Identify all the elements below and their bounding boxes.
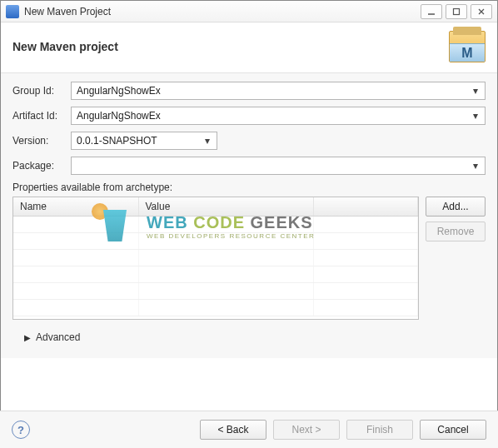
footer-buttons: < Back Next > Finish Cancel [200, 420, 486, 440]
group-id-field[interactable]: AngularNgShowEx ▾ [71, 82, 486, 100]
chevron-down-icon: ▾ [470, 110, 481, 122]
close-icon [477, 7, 486, 16]
remove-button: Remove [426, 222, 486, 241]
label-version: Version: [12, 135, 71, 147]
column-value[interactable]: Value [138, 197, 313, 216]
help-button[interactable]: ? [12, 421, 30, 439]
table-row[interactable] [13, 249, 418, 266]
minimize-icon [427, 7, 436, 16]
label-package: Package: [12, 160, 71, 172]
package-field[interactable]: ▾ [71, 157, 486, 175]
svg-rect-1 [454, 8, 460, 14]
row-group-id: Group Id: AngularNgShowEx ▾ [12, 82, 486, 100]
table-row[interactable] [13, 282, 418, 299]
label-group-id: Group Id: [12, 85, 71, 97]
back-button[interactable]: < Back [200, 420, 266, 440]
app-icon [6, 5, 19, 18]
window-title: New Maven Project [24, 6, 417, 17]
properties-table[interactable]: Name Value [12, 197, 419, 320]
page-title: New Maven project [12, 40, 118, 53]
chevron-down-icon: ▾ [470, 85, 481, 97]
properties-section-label: Properties available from archetype: [12, 182, 486, 193]
minimize-button[interactable] [421, 4, 442, 19]
chevron-down-icon: ▾ [470, 160, 481, 172]
artifact-id-value: AngularNgShowEx [77, 110, 161, 122]
row-version: Version: 0.0.1-SNAPSHOT ▾ [12, 132, 486, 150]
window-titlebar: New Maven Project [1, 1, 497, 22]
close-button[interactable] [471, 4, 492, 19]
artifact-id-field[interactable]: AngularNgShowEx ▾ [71, 107, 486, 125]
table-row[interactable] [13, 216, 418, 232]
table-row[interactable] [13, 299, 418, 316]
column-spacer [313, 197, 418, 216]
properties-side-buttons: Add... Remove [426, 197, 486, 320]
row-artifact-id: Artifact Id: AngularNgShowEx ▾ [12, 107, 486, 125]
advanced-toggle[interactable]: ▶ Advanced [12, 320, 486, 355]
wizard-footer: ? < Back Next > Finish Cancel [0, 411, 498, 448]
expand-icon: ▶ [24, 333, 31, 342]
cancel-button[interactable]: Cancel [420, 420, 486, 440]
column-name[interactable]: Name [13, 197, 138, 216]
maximize-icon [452, 7, 461, 16]
maven-logo-icon: M [449, 31, 486, 62]
wizard-body: Group Id: AngularNgShowEx ▾ Artifact Id:… [1, 73, 497, 358]
finish-button: Finish [346, 420, 413, 440]
label-artifact-id: Artifact Id: [12, 110, 71, 122]
row-package: Package: ▾ [12, 157, 486, 175]
table-row[interactable] [13, 232, 418, 249]
version-field[interactable]: 0.0.1-SNAPSHOT ▾ [71, 132, 217, 150]
chevron-down-icon: ▾ [202, 135, 213, 147]
advanced-label: Advanced [36, 331, 80, 343]
wizard-header: New Maven project M [1, 22, 497, 73]
table-row[interactable] [13, 266, 418, 282]
maven-logo-letter: M [450, 43, 485, 62]
add-button[interactable]: Add... [426, 197, 486, 217]
properties-area: Name Value Add... Remove [12, 197, 486, 320]
group-id-value: AngularNgShowEx [77, 85, 161, 97]
next-button: Next > [273, 420, 340, 440]
maximize-button[interactable] [446, 4, 467, 19]
version-value: 0.0.1-SNAPSHOT [77, 135, 157, 147]
